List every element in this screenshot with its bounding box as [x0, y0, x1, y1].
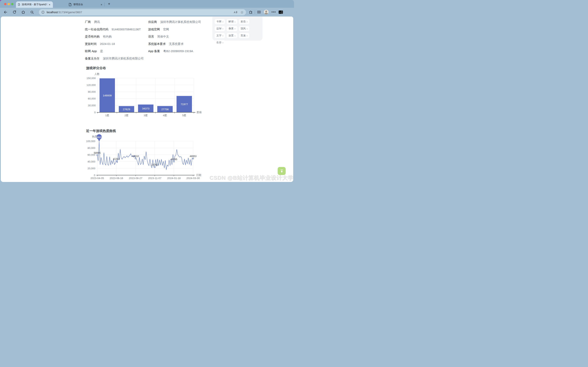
favorite-button[interactable]: ☆ — [240, 9, 244, 15]
info-value: 无系统要求 — [169, 42, 184, 46]
chevron-right-icon: › — [222, 27, 223, 30]
info-value: 简体中文 — [157, 35, 169, 39]
svg-text:2023-08-27: 2023-08-27 — [129, 177, 142, 180]
split-screen-icon — [257, 10, 261, 14]
info-label: 联网 App — [85, 49, 97, 53]
info-label: 厂商 — [85, 20, 91, 24]
info-label: 供应商 — [148, 20, 157, 24]
svg-text:1星: 1星 — [105, 114, 109, 117]
split-screen-button[interactable] — [257, 10, 261, 14]
info-row-right-2: 语言简体中文 — [148, 35, 169, 39]
browser-toolbar: localhost:5173/#/game/3607 A ☆ ••• ← — [0, 8, 294, 17]
info-row-right-3: 系统版本要求无系统要求 — [148, 42, 184, 46]
svg-text:2023-04-05: 2023-04-05 — [90, 177, 104, 180]
home-icon — [21, 10, 25, 14]
tag-label: 国风 — [241, 27, 246, 30]
tag-panel: 卡牌›解谜›射击›益智›像素›国风›文字›放置›竞速›生存› — [212, 17, 262, 41]
zoom-window-button[interactable] — [11, 3, 13, 5]
svg-text:90,000: 90,000 — [88, 90, 96, 93]
csdn-watermark: CSDN @B站计算机毕业设计大学 — [210, 174, 293, 182]
info-label: 是否有内购 — [85, 35, 100, 39]
svg-text:2星: 2星 — [125, 114, 128, 117]
info-label: 备案主办方 — [85, 57, 100, 60]
chevron-right-icon: › — [222, 20, 223, 23]
svg-text:41342: 41342 — [113, 158, 120, 160]
tag-放置[interactable]: 放置› — [227, 33, 237, 38]
new-tab-button[interactable]: + — [107, 1, 112, 7]
search-button[interactable] — [30, 10, 34, 14]
tab-title-fade — [45, 3, 48, 6]
extensions-button[interactable] — [249, 10, 253, 14]
marked-point-40095 — [173, 161, 174, 162]
heat-line-series — [97, 142, 193, 170]
search-icon — [30, 10, 34, 14]
svg-text:0: 0 — [94, 174, 95, 177]
svg-text:日期: 日期 — [196, 174, 201, 176]
svg-text:2024-03-30: 2024-03-30 — [186, 177, 200, 180]
address-bar[interactable]: localhost:5173/#/game/3607 A ☆ — [39, 9, 246, 15]
svg-text:5星: 5星 — [182, 114, 186, 117]
tag-像素[interactable]: 像素› — [227, 26, 237, 31]
tag-国风[interactable]: 国风› — [239, 26, 249, 31]
info-value: 有内购 — [103, 35, 112, 39]
url-text: localhost:5173/#/game/3607 — [47, 11, 82, 14]
tab-divider — [104, 2, 105, 6]
svg-text:A: A — [234, 11, 236, 14]
reload-button[interactable] — [12, 10, 17, 14]
avatar — [264, 10, 269, 14]
svg-text:120,000: 120,000 — [86, 83, 96, 86]
info-value: 粤B2-20090059-1919A — [163, 49, 193, 53]
info-row-left-5: 备案主办方深圳市腾讯计算机系统有限公司 — [85, 57, 144, 60]
close-window-button[interactable] — [4, 3, 6, 5]
svg-text:40,000: 40,000 — [87, 160, 95, 163]
svg-text:23762: 23762 — [151, 164, 158, 166]
tab-close-icon[interactable]: × — [48, 3, 51, 6]
tag-解谜[interactable]: 解谜› — [227, 19, 237, 24]
marked-point-58995 — [97, 155, 98, 156]
browser-tab-1[interactable]: 游戏详情 - 基于Spark的TapTap游× — [16, 1, 53, 8]
svg-text:3星: 3星 — [144, 114, 148, 117]
chevron-right-icon: › — [222, 41, 223, 44]
tag-文字[interactable]: 文字› — [215, 33, 225, 38]
tab-close-icon[interactable]: × — [100, 3, 103, 6]
sidebar-toggle-button[interactable]: ← — [278, 10, 283, 14]
chevron-right-icon: › — [235, 34, 235, 37]
svg-text:30,000: 30,000 — [88, 104, 96, 107]
rating-chart-title: 游戏评分分布 — [86, 66, 106, 70]
profile-button[interactable] — [264, 10, 269, 14]
browser-tab-2[interactable]: 管理后台× — [67, 1, 104, 8]
info-row-left-1: 统一社会信用代码91440300708461136T — [85, 28, 141, 31]
info-value: 是 — [100, 49, 103, 53]
marked-point-23762 — [154, 167, 155, 167]
home-button[interactable] — [21, 10, 25, 14]
info-value: 官网 — [163, 28, 169, 31]
info-label: 游戏官网 — [148, 28, 160, 31]
read-aloud-icon: A — [234, 10, 237, 14]
back-button[interactable] — [3, 10, 8, 14]
svg-text:0: 0 — [94, 111, 96, 114]
info-row-right-1: 游戏官网官网 — [148, 28, 169, 31]
svg-text:149009: 149009 — [103, 94, 112, 97]
chevron-right-icon: › — [247, 20, 248, 23]
svg-text:34373: 34373 — [142, 107, 150, 110]
read-aloud-button[interactable]: A — [234, 9, 237, 15]
tag-竞速[interactable]: 竞速› — [239, 33, 249, 38]
tag-label: 益智 — [216, 27, 221, 30]
page-icon — [18, 3, 20, 6]
info-row-left-2: 是否有内购有内购 — [85, 35, 112, 39]
tag-射击[interactable]: 射击› — [239, 19, 249, 24]
tag-卡牌[interactable]: 卡牌› — [215, 19, 225, 24]
tag-生存[interactable]: 生存› — [215, 40, 225, 45]
more-menu-button[interactable]: ••• — [271, 10, 276, 14]
svg-text:2023-06-16: 2023-06-16 — [110, 177, 123, 180]
svg-text:150,000: 150,000 — [86, 77, 96, 80]
info-value: 91440300708461136T — [112, 28, 141, 31]
info-row-left-0: 厂商腾讯 — [85, 20, 100, 24]
svg-text:40095: 40095 — [170, 158, 177, 161]
back-to-top-button[interactable] — [278, 167, 286, 175]
info-value: 腾讯 — [94, 20, 100, 24]
svg-text:100,000: 100,000 — [86, 140, 95, 143]
reload-icon — [12, 10, 17, 14]
tag-益智[interactable]: 益智› — [215, 26, 225, 31]
minimize-window-button[interactable] — [8, 3, 10, 5]
